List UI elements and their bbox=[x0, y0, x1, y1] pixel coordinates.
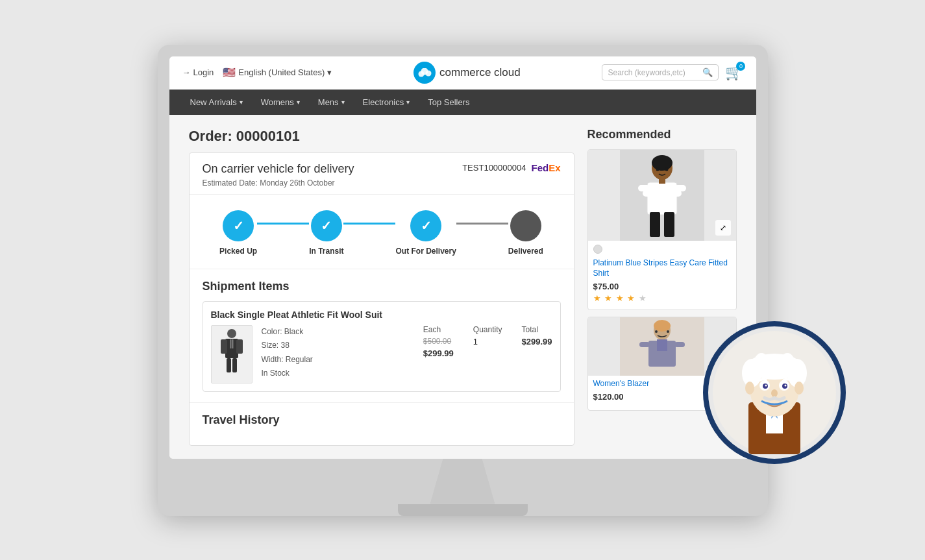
commerce-cloud-label: commerce cloud bbox=[439, 66, 521, 79]
language-selector[interactable]: 🇺🇸 English (United States) ▾ bbox=[223, 66, 332, 79]
delivery-header: On carrier vehicle for delivery Estimate… bbox=[190, 153, 574, 195]
shipment-items-section: Shipment Items Black Single Pleat Athlet… bbox=[190, 269, 574, 402]
star-3: ★ bbox=[616, 293, 624, 303]
svg-rect-18 bbox=[643, 190, 682, 197]
nav-bar: New Arrivals ▾ Womens ▾ Mens ▾ Electroni… bbox=[169, 90, 756, 115]
login-label: Login bbox=[193, 67, 214, 77]
nav-label-new-arrivals: New Arrivals bbox=[190, 97, 237, 107]
star-1: ★ bbox=[593, 293, 602, 303]
nav-item-womens[interactable]: Womens ▾ bbox=[253, 90, 308, 115]
recommended-title: Recommended bbox=[587, 128, 737, 141]
nav-item-electronics[interactable]: Electronics ▾ bbox=[355, 90, 418, 115]
svg-rect-15 bbox=[647, 182, 677, 215]
login-link[interactable]: → Login bbox=[182, 67, 214, 77]
nav-item-mens[interactable]: Mens ▾ bbox=[310, 90, 352, 115]
pricing-total: Total $299.99 bbox=[522, 325, 552, 347]
step-in-transit: ✓ In Transit bbox=[309, 210, 343, 256]
tracking-number: TEST100000004 bbox=[462, 163, 526, 173]
nav-arrow-new-arrivals: ▾ bbox=[240, 99, 243, 106]
nav-arrow-electronics: ▾ bbox=[406, 99, 410, 106]
nav-label-womens: Womens bbox=[261, 97, 294, 107]
monitor-screen: → Login 🇺🇸 English (United States) ▾ bbox=[169, 56, 756, 459]
pricing-quantity: Quantity 1 bbox=[473, 325, 502, 347]
star-5: ★ bbox=[639, 293, 647, 303]
price-original: $500.00 bbox=[423, 337, 454, 346]
expand-icon-1[interactable]: ⤢ bbox=[715, 220, 731, 236]
top-bar-left: → Login 🇺🇸 English (United States) ▾ bbox=[182, 66, 332, 79]
monitor-base bbox=[398, 504, 528, 516]
svg-point-26 bbox=[654, 320, 671, 332]
nav-item-new-arrivals[interactable]: New Arrivals ▾ bbox=[182, 90, 251, 115]
svg-point-3 bbox=[227, 329, 236, 338]
search-placeholder-text: Search (keywords,etc) bbox=[608, 68, 698, 77]
rec-product-1: ⤢ Platinum Blue Stripes Easy Care Fitted… bbox=[587, 149, 737, 311]
quantity-label: Quantity bbox=[473, 325, 502, 334]
svg-rect-28 bbox=[639, 342, 650, 347]
svg-rect-7 bbox=[227, 358, 231, 372]
svg-point-14 bbox=[652, 155, 672, 171]
cart-badge: 0 bbox=[736, 62, 745, 71]
step-delivered: Delivered bbox=[508, 210, 543, 256]
star-2: ★ bbox=[604, 293, 613, 303]
fedex-logo: FedEx bbox=[531, 162, 560, 173]
travel-history-title: Travel History bbox=[203, 413, 561, 427]
shipment-title: Shipment Items bbox=[203, 280, 561, 293]
search-icon[interactable]: 🔍 bbox=[702, 67, 713, 77]
progress-tracker: ✓ Picked Up ✓ In Transit ✓ Out For Deliv… bbox=[190, 195, 574, 269]
step-label-out-for-delivery: Out For Delivery bbox=[395, 247, 456, 256]
order-title: Order: 00000101 bbox=[189, 128, 574, 145]
step-picked-up: ✓ Picked Up bbox=[219, 210, 257, 256]
star-4: ★ bbox=[627, 293, 635, 303]
nav-label-mens: Mens bbox=[318, 97, 339, 107]
search-box[interactable]: Search (keywords,etc) 🔍 bbox=[602, 64, 719, 80]
delivery-info: On carrier vehicle for delivery Estimate… bbox=[203, 162, 354, 188]
main-content: Order: 00000101 On carrier vehicle for d… bbox=[169, 115, 756, 459]
estimated-date: Estimated Date: Monday 26th October bbox=[203, 178, 354, 188]
rec-stars-1: ★ ★ ★ ★ ★ bbox=[593, 293, 731, 303]
salesforce-logo bbox=[413, 62, 436, 84]
item-name: Black Single Pleat Athletic Fit Wool Sui… bbox=[211, 310, 552, 320]
top-bar: → Login 🇺🇸 English (United States) ▾ bbox=[169, 56, 756, 90]
nav-arrow-womens: ▾ bbox=[297, 99, 300, 106]
cart-button[interactable]: 🛒 0 bbox=[725, 64, 743, 81]
svg-rect-30 bbox=[657, 339, 667, 351]
color-swatch-1[interactable] bbox=[593, 245, 602, 254]
svg-point-2 bbox=[426, 70, 432, 76]
step-circle-picked-up: ✓ bbox=[223, 210, 254, 241]
total-label: Total bbox=[522, 325, 552, 334]
step-circle-in-transit: ✓ bbox=[311, 210, 342, 241]
rec-product-name-1[interactable]: Platinum Blue Stripes Easy Care Fitted S… bbox=[593, 258, 731, 280]
quantity-value: 1 bbox=[473, 337, 502, 347]
connector-2 bbox=[343, 223, 395, 225]
item-image bbox=[211, 325, 253, 383]
step-label-in-transit: In Transit bbox=[309, 247, 343, 256]
item-pricing: Each $500.00 $299.99 Quantity 1 bbox=[423, 325, 552, 358]
each-label: Each bbox=[423, 325, 454, 334]
price-final: $299.99 bbox=[423, 348, 454, 358]
item-color: Color: Black bbox=[262, 325, 414, 339]
connector-1 bbox=[257, 223, 309, 225]
svg-rect-29 bbox=[674, 342, 685, 347]
item-info: Color: Black Size: 38 Width: Regular In … bbox=[262, 325, 414, 381]
svg-rect-6 bbox=[236, 339, 243, 354]
tracking-info: TEST100000004 FedEx bbox=[462, 162, 560, 173]
svg-point-23 bbox=[665, 167, 668, 171]
monitor-stand bbox=[430, 459, 495, 504]
svg-rect-21 bbox=[664, 212, 674, 237]
top-bar-right: Search (keywords,etc) 🔍 🛒 0 bbox=[602, 64, 743, 81]
step-label-delivered: Delivered bbox=[508, 247, 543, 256]
order-card: On carrier vehicle for delivery Estimate… bbox=[189, 152, 574, 446]
svg-point-32 bbox=[667, 330, 669, 333]
svg-rect-5 bbox=[221, 339, 227, 354]
connector-3 bbox=[456, 223, 508, 225]
item-size: Size: 38 bbox=[262, 339, 414, 353]
svg-point-22 bbox=[656, 167, 659, 171]
svg-rect-20 bbox=[650, 212, 660, 237]
einstein-bot[interactable] bbox=[703, 321, 846, 464]
nav-item-top-sellers[interactable]: Top Sellers bbox=[420, 90, 477, 115]
item-width: Width: Regular bbox=[262, 353, 414, 367]
svg-rect-10 bbox=[230, 339, 231, 348]
item-stock: In Stock bbox=[262, 367, 414, 381]
item-details: Color: Black Size: 38 Width: Regular In … bbox=[211, 325, 552, 383]
language-label: English (United States) bbox=[238, 67, 325, 77]
